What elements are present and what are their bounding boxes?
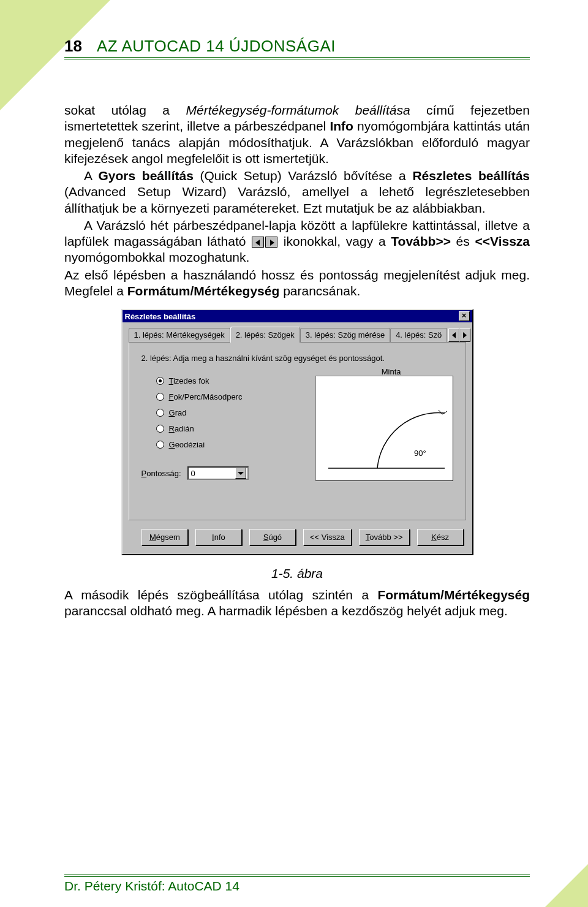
text-bold: Gyors beállítás <box>98 169 193 183</box>
text: és <box>451 234 475 248</box>
radio-icon <box>156 393 164 401</box>
paragraph-5: A második lépés szögbeállítása utólag sz… <box>64 587 530 620</box>
dialog-buttons: Mégsem Info Súgó << Vissza Tovább >> Kés… <box>129 520 466 547</box>
text: A <box>84 169 98 183</box>
btn-label: égsem <box>156 533 180 542</box>
text-bold: Formátum/Mértékegység <box>127 284 280 298</box>
paragraph-2: A Gyors beállítás (Quick Setup) Varázsló… <box>64 168 530 216</box>
precision-label-text: ontosság: <box>146 469 181 478</box>
close-button[interactable]: × <box>459 311 470 321</box>
page-content: 18 AZ AUTOCAD 14 ÚJDONSÁGAI sokat utólag… <box>64 37 530 621</box>
sample-label: Minta <box>382 367 401 376</box>
radio-mnemonic: T <box>169 376 173 385</box>
text: sokat utólag a <box>64 103 186 117</box>
tab-page-angles: 2. lépés: Adja meg a használni kívánt sz… <box>129 343 466 520</box>
body-text: sokat utólag a Mértékegység-formátumok b… <box>64 102 530 299</box>
tab-scroll-right-button[interactable] <box>459 328 470 342</box>
tab-step3[interactable]: 3. lépés: Szög mérése <box>300 328 390 342</box>
tab-scroll-left-icon <box>252 237 264 248</box>
svg-line-1 <box>439 410 442 414</box>
paragraph-1: sokat utólag a Mértékegység-formátumok b… <box>64 102 530 167</box>
page-decoration-br <box>545 864 588 907</box>
radio-icon <box>156 441 164 449</box>
text-bold: Részletes beállítás <box>412 169 530 183</box>
btn-label: << Vissza <box>310 533 345 542</box>
radio-mnemonic: G <box>169 408 175 417</box>
text: ikonokkal, vagy a <box>278 234 391 248</box>
tab-scroll-left-button[interactable] <box>448 328 459 342</box>
paragraph-4: Az első lépésben a használandó hossz és … <box>64 267 530 300</box>
paragraph-3: A Varázsló hét párbeszédpanel-lapja közö… <box>64 218 530 266</box>
page-header: 18 AZ AUTOCAD 14 ÚJDONSÁGAI <box>64 37 530 59</box>
btn-mnemonic: M <box>149 533 156 542</box>
precision-mnemonic: P <box>141 469 147 478</box>
text-bold: Tovább>> <box>391 234 451 248</box>
radio-icon <box>156 377 164 385</box>
btn-label: nfo <box>214 533 225 542</box>
radio-label: izedes fok <box>173 376 209 385</box>
text: parancsának. <box>279 284 360 298</box>
text: (Quick Setup) Varázsló bővítése a <box>194 169 413 183</box>
dialog-titlebar[interactable]: Részletes beállítás × <box>123 310 472 322</box>
info-button[interactable]: Info <box>195 529 242 545</box>
precision-value: 0 <box>191 469 195 478</box>
text: paranccsal oldható meg. A harmadik lépés… <box>64 604 508 618</box>
chevron-down-icon[interactable] <box>235 468 246 479</box>
step-instruction: 2. lépés: Adja meg a használni kívánt sz… <box>141 354 453 363</box>
page-footer: Dr. Pétery Kristóf: AutoCAD 14 <box>64 875 530 894</box>
page-number: 18 <box>64 37 82 56</box>
angle-preview-icon: 90° <box>316 376 454 482</box>
text-bold: Formátum/Mértékegység <box>377 588 530 602</box>
sample-preview: 90° <box>315 376 453 481</box>
dialog-title: Részletes beállítás <box>125 312 196 321</box>
btn-label: úgó <box>268 533 282 542</box>
radio-label: rad <box>175 408 187 417</box>
text: nyomógombokkal mozoghatunk. <box>64 250 249 264</box>
back-button[interactable]: << Vissza <box>303 529 352 545</box>
tab-scroll <box>448 328 470 342</box>
tab-step2[interactable]: 2. lépés: Szögek <box>230 327 300 343</box>
page-title: AZ AUTOCAD 14 ÚJDONSÁGAI <box>97 37 336 56</box>
radio-label: adián <box>175 424 194 433</box>
btn-label: ovább >> <box>369 533 402 542</box>
body-text-2: A második lépés szögbeállítása utólag sz… <box>64 587 530 620</box>
tab-step4[interactable]: 4. lépés: Szö <box>390 328 447 342</box>
text-bold: Info <box>330 119 353 133</box>
sample-value-text: 90° <box>414 449 426 458</box>
text-bold: <<Vissza <box>475 234 530 248</box>
text: A második lépés szögbeállítása utólag sz… <box>64 588 377 602</box>
radio-label: ok/Perc/Másodperc <box>173 392 242 401</box>
radio-icon <box>156 425 164 433</box>
cancel-button[interactable]: Mégsem <box>141 529 188 545</box>
precision-combo[interactable]: 0 <box>187 466 249 480</box>
done-button[interactable]: Kész <box>417 529 464 545</box>
tab-step1[interactable]: 1. lépés: Mértékegységek <box>129 328 230 342</box>
text: (Advanced Setup Wizard) Varázsló, amelly… <box>64 184 530 214</box>
btn-label: ész <box>437 533 449 542</box>
precision-label: Pontosság: <box>141 469 181 478</box>
tab-scroll-right-icon <box>265 237 277 248</box>
help-button[interactable]: Súgó <box>249 529 296 545</box>
radio-icon <box>156 409 164 417</box>
radio-mnemonic: R <box>169 424 175 433</box>
text-italic: Mértékegység-formátumok beállítása <box>186 103 410 117</box>
radio-label: eodéziai <box>175 440 205 449</box>
next-button[interactable]: Tovább >> <box>359 529 410 545</box>
radio-mnemonic: G <box>169 440 175 449</box>
dialog-advanced-setup: Részletes beállítás × 1. lépés: Mértékeg… <box>121 309 473 555</box>
figure-caption: 1-5. ábra <box>64 566 530 581</box>
tab-strip: 1. lépés: Mértékegységek 2. lépés: Szöge… <box>129 326 466 343</box>
btn-mnemonic: K <box>431 533 437 542</box>
